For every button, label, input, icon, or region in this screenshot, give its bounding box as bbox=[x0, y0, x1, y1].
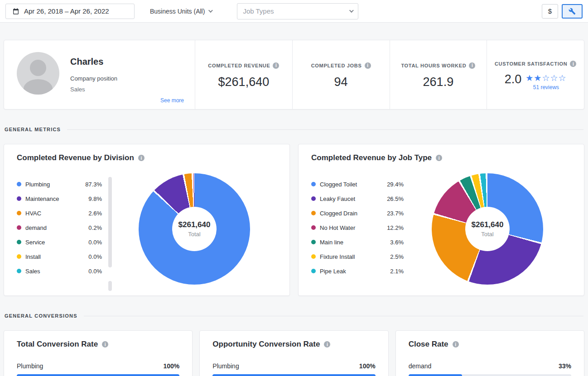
legend-item[interactable]: demand0.2% bbox=[17, 220, 102, 235]
stat-completed-revenue: COMPLETED REVENUE i $261,640 bbox=[195, 40, 292, 109]
star-outline-icon: ☆ bbox=[558, 73, 566, 83]
settings-wrench-button[interactable] bbox=[562, 4, 583, 19]
progress-bar bbox=[17, 374, 179, 376]
legend-item[interactable]: Maintenance9.8% bbox=[17, 191, 102, 206]
info-icon[interactable]: i bbox=[469, 62, 475, 69]
section-general-conversions: GENERAL CONVERSIONS bbox=[5, 313, 583, 319]
card-total-conversion-rate: Total Conversion Rate i Plumbing 100% bbox=[4, 330, 193, 376]
info-icon[interactable]: i bbox=[324, 341, 330, 347]
profile-department: Sales bbox=[70, 86, 117, 93]
avatar-head-shape bbox=[30, 60, 46, 76]
legend-label: Fixture Install bbox=[320, 253, 355, 260]
date-range-picker[interactable]: Apr 26, 2018 – Apr 26, 2022 bbox=[5, 4, 135, 19]
legend-item[interactable]: Clogged Drain23.7% bbox=[311, 206, 404, 220]
legend-item[interactable]: Pipe Leak2.1% bbox=[311, 264, 404, 278]
avatar-body-shape bbox=[24, 79, 53, 95]
info-icon[interactable]: i bbox=[102, 341, 108, 347]
legend-label: Plumbing bbox=[25, 181, 50, 188]
conversion-row-value: 100% bbox=[164, 362, 180, 370]
conversion-row-label: Plumbing bbox=[17, 362, 43, 370]
legend-item[interactable]: Install0.0% bbox=[17, 249, 102, 264]
section-divider bbox=[84, 316, 583, 316]
legend-color-dot bbox=[311, 254, 316, 259]
date-range-value: Apr 26, 2018 – Apr 26, 2022 bbox=[24, 7, 109, 15]
donut-total-value: $261,640 bbox=[178, 220, 211, 229]
job-types-placeholder: Job Types bbox=[243, 7, 274, 15]
donut-center: $261,640 Total bbox=[465, 207, 510, 251]
legend-color-dot bbox=[311, 211, 316, 215]
legend-color-dot bbox=[311, 182, 316, 186]
legend-color-dot bbox=[311, 269, 316, 273]
legend-item[interactable]: No Hot Water12.2% bbox=[311, 220, 404, 235]
section-divider bbox=[67, 129, 583, 130]
legend-item[interactable]: Leaky Faucet26.5% bbox=[311, 191, 404, 206]
business-units-dropdown[interactable]: Business Units (All) bbox=[150, 8, 212, 15]
legend-percent: 0.0% bbox=[88, 268, 102, 275]
currency-toggle-button[interactable]: $ bbox=[542, 4, 558, 19]
avatar bbox=[17, 52, 59, 95]
stats-row: COMPLETED REVENUE i $261,640 COMPLETED J… bbox=[195, 40, 584, 109]
legend-percent: 3.6% bbox=[390, 239, 404, 246]
profile-position: Company position bbox=[70, 75, 117, 82]
legend-label: Install bbox=[25, 253, 41, 260]
legend-scrollbar[interactable] bbox=[108, 177, 112, 291]
progress-fill bbox=[17, 374, 179, 376]
info-icon[interactable]: i bbox=[570, 61, 576, 67]
star-outline-icon: ☆ bbox=[550, 73, 558, 83]
reviews-link[interactable]: 51 reviews bbox=[533, 84, 559, 90]
legend-color-dot bbox=[17, 269, 21, 273]
rating-value: 2.0 bbox=[505, 72, 522, 86]
chart-title: Completed Revenue by Division bbox=[17, 153, 134, 162]
legend-item[interactable]: Fixture Install2.5% bbox=[311, 249, 404, 264]
info-icon[interactable]: i bbox=[138, 155, 145, 161]
legend-item[interactable]: Plumbing87.3% bbox=[17, 177, 102, 191]
conversion-row-label: demand bbox=[409, 362, 432, 370]
chevron-down-icon bbox=[349, 8, 354, 13]
legend-color-dot bbox=[311, 225, 316, 230]
card-title: Close Rate bbox=[409, 340, 448, 349]
legend-label: No Hot Water bbox=[320, 224, 355, 231]
legend-percent: 0.2% bbox=[88, 224, 102, 231]
legend-item[interactable]: Clogged Toilet29.4% bbox=[311, 177, 404, 191]
legend-color-dot bbox=[17, 254, 21, 259]
donut-center: $261,640 Total bbox=[172, 207, 217, 251]
legend-percent: 26.5% bbox=[387, 195, 404, 202]
progress-fill bbox=[212, 374, 375, 376]
legend-label: Sales bbox=[25, 268, 40, 275]
legend-label: Service bbox=[25, 239, 45, 246]
legend-color-dot bbox=[311, 240, 316, 244]
legend-item[interactable]: HVAC2.6% bbox=[17, 206, 102, 220]
profile-name: Charles bbox=[70, 57, 117, 67]
legend-label: Maintenance bbox=[25, 195, 59, 202]
info-icon[interactable]: i bbox=[365, 62, 371, 69]
legend-percent: 2.1% bbox=[390, 268, 404, 275]
stat-completed-jobs: COMPLETED JOBS i 94 bbox=[292, 40, 390, 109]
conversion-row-value: 33% bbox=[559, 362, 571, 370]
profile-stats-card: Charles Company position Sales See more … bbox=[4, 40, 584, 109]
section-title: GENERAL METRICS bbox=[5, 127, 61, 132]
info-icon[interactable]: i bbox=[453, 341, 459, 347]
legend-item[interactable]: Service0.0% bbox=[17, 235, 102, 249]
legend-percent: 23.7% bbox=[387, 210, 404, 217]
see-more-link[interactable]: See more bbox=[160, 97, 184, 104]
donut-chart[interactable]: $261,640 Total bbox=[432, 173, 543, 285]
legend-color-dot bbox=[17, 182, 21, 186]
donut-total-label: Total bbox=[188, 231, 200, 238]
stat-total-hours-worked: TOTAL HOURS WORKED i 261.9 bbox=[390, 40, 487, 109]
calendar-icon bbox=[12, 8, 19, 15]
job-types-dropdown[interactable]: Job Types bbox=[237, 3, 358, 19]
stat-customer-satisfaction: CUSTOMER SATISFACTION i 2.0 ★★☆☆☆ 51 rev… bbox=[487, 40, 584, 109]
card-opportunity-conversion-rate: Opportunity Conversion Rate i Plumbing 1… bbox=[199, 330, 388, 376]
card-close-rate: Close Rate i demand 33% bbox=[395, 330, 584, 376]
legend-percent: 2.5% bbox=[390, 253, 404, 260]
legend-label: demand bbox=[25, 224, 47, 231]
scrollbar-thumb[interactable] bbox=[108, 177, 112, 267]
donut-chart[interactable]: $261,640 Total bbox=[139, 173, 250, 285]
progress-bar bbox=[409, 374, 571, 376]
info-icon[interactable]: i bbox=[436, 155, 442, 161]
info-icon[interactable]: i bbox=[273, 62, 279, 69]
legend-percent: 87.3% bbox=[85, 181, 102, 188]
legend-item[interactable]: Sales0.0% bbox=[17, 264, 102, 278]
legend-item[interactable]: Main line3.6% bbox=[311, 235, 404, 249]
card-title: Opportunity Conversion Rate bbox=[212, 340, 320, 349]
